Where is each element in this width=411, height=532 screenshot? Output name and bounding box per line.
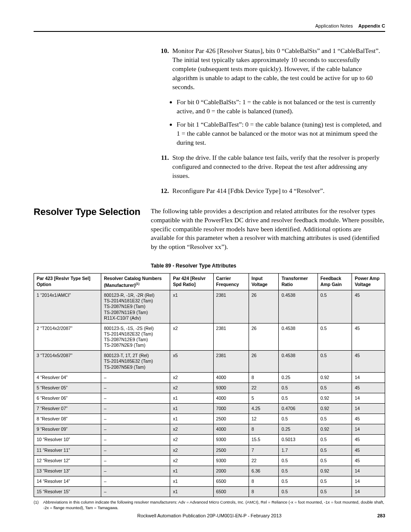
resolver-type-table: Par 423 [Reslvr Type Sel] Option Resolve… bbox=[34, 273, 385, 497]
table-cell: 6500 bbox=[213, 476, 249, 486]
table-cell: 0.5 bbox=[279, 466, 318, 476]
table-cell: 0.4538 bbox=[279, 290, 318, 324]
footer-center: Rockwell Automation Publication 20P-UM00… bbox=[137, 513, 282, 518]
table-cell: 0.5 bbox=[318, 351, 352, 372]
table-cell: x2 bbox=[170, 383, 213, 393]
table-cell: 0.5 bbox=[318, 445, 352, 455]
th-input-voltage: Input Voltage bbox=[249, 274, 279, 290]
table-cell: 45 bbox=[352, 414, 385, 424]
table-cell: 2500 bbox=[213, 445, 249, 455]
table-cell: 0.4538 bbox=[279, 323, 318, 351]
table-cell: 2 “T2014x2/2087” bbox=[34, 323, 101, 351]
table-cell: 0.5 bbox=[279, 414, 318, 424]
table-cell: 0.4706 bbox=[279, 404, 318, 414]
table-cell: 7 bbox=[249, 445, 279, 455]
table-cell: 0.92 bbox=[318, 424, 352, 435]
table-cell: 45 bbox=[352, 290, 385, 324]
table-row: 5 “Resolver 05”–x29300220.50.545 bbox=[34, 383, 385, 393]
table-cell: 0.5 bbox=[279, 487, 318, 497]
table-cell: 2381 bbox=[213, 323, 249, 351]
ordered-steps: 10. Monitor Par 426 [Resolver Status], b… bbox=[154, 47, 385, 196]
th-catalog: Resolver Catalog Numbers (Manufacturer)(… bbox=[101, 274, 170, 290]
step-10-bullet-1: For bit 0 “CableBalSts”: 1 = the cable i… bbox=[177, 98, 385, 116]
table-cell: – bbox=[101, 383, 170, 393]
table-cell: x1 bbox=[170, 476, 213, 486]
section-heading: Resolver Type Selection bbox=[34, 207, 151, 252]
table-row: 12 “Resolver 12”–x29300220.50.545 bbox=[34, 455, 385, 466]
table-row: 10 “Resolver 10”–x2930015.50.50130.545 bbox=[34, 435, 385, 445]
table-cell: 0.5 bbox=[318, 414, 352, 424]
table-cell: 0.92 bbox=[318, 372, 352, 383]
table-cell: 6500 bbox=[213, 487, 249, 497]
table-cell: 45 bbox=[352, 435, 385, 445]
running-header: Application Notes Appendix C bbox=[34, 23, 385, 28]
footnote-num: (1) bbox=[34, 500, 43, 510]
table-cell: 9300 bbox=[213, 435, 249, 445]
step-10-bullet-2: For bit 1 “CableBalTest”: 0 = the cable … bbox=[177, 120, 385, 147]
table-cell: 0.5 bbox=[279, 455, 318, 466]
table-cell: 4000 bbox=[213, 372, 249, 383]
table-cell: 7000 bbox=[213, 404, 249, 414]
table-cell: 5 “Resolver 05” bbox=[34, 383, 101, 393]
table-cell: 9300 bbox=[213, 383, 249, 393]
table-cell: x1 bbox=[170, 466, 213, 476]
table-cell: – bbox=[101, 372, 170, 383]
table-cell: 2381 bbox=[213, 351, 249, 372]
table-cell: – bbox=[101, 455, 170, 466]
table-cell: 26 bbox=[249, 290, 279, 324]
table-cell: 0.92 bbox=[318, 404, 352, 414]
table-cell: 0.5 bbox=[279, 383, 318, 393]
table-cell: 12 bbox=[249, 414, 279, 424]
table-cell: 14 bbox=[352, 372, 385, 383]
table-cell: 800123-T, 1T, 2T (Rel)TS-2014N185E32 (Ta… bbox=[101, 351, 170, 372]
table-cell: – bbox=[101, 414, 170, 424]
table-cell: – bbox=[101, 424, 170, 435]
running-header-right: Appendix C bbox=[358, 23, 385, 28]
step-10-text: Monitor Par 426 [Resolver Status], bits … bbox=[172, 47, 385, 92]
table-cell: 9 “Resolver 09” bbox=[34, 424, 101, 435]
table-cell: x1 bbox=[170, 290, 213, 324]
footer-page-number: 283 bbox=[377, 513, 385, 518]
table-caption: Table 89 - Resolver Type Attributes bbox=[151, 263, 385, 269]
table-cell: x2 bbox=[170, 323, 213, 351]
table-cell: 0.5 bbox=[318, 383, 352, 393]
table-cell: 14 bbox=[352, 476, 385, 486]
table-cell: 14 bbox=[352, 466, 385, 476]
th-feedback-amp-gain: Feedback Amp Gain bbox=[318, 274, 352, 290]
section-paragraph: The following table provides a descripti… bbox=[151, 207, 385, 252]
table-cell: 11 “Resolver 11” bbox=[34, 445, 101, 455]
table-row: 13 “Resolver 13”–x120006.360.50.9214 bbox=[34, 466, 385, 476]
table-cell: – bbox=[101, 476, 170, 486]
table-cell: 8 bbox=[249, 487, 279, 497]
table-cell: 0.25 bbox=[279, 424, 318, 435]
step-12-text: Reconfigure Par 414 [Fdbk Device Type] t… bbox=[172, 187, 385, 196]
table-cell: 26 bbox=[249, 351, 279, 372]
table-cell: 7 “Resolver 07” bbox=[34, 404, 101, 414]
table-cell: 0.5 bbox=[318, 476, 352, 486]
table-cell: 0.92 bbox=[318, 393, 352, 403]
table-row: 3 “T2014x5/2087”800123-T, 1T, 2T (Rel)TS… bbox=[34, 351, 385, 372]
table-cell: 0.5013 bbox=[279, 435, 318, 445]
table-cell: 2500 bbox=[213, 414, 249, 424]
table-row: 11 “Resolver 11”–x2250071.70.545 bbox=[34, 445, 385, 455]
table-cell: 1 “2014x1/AMCI” bbox=[34, 290, 101, 324]
table-row: 9 “Resolver 09”–x2400080.250.9214 bbox=[34, 424, 385, 435]
table-cell: 15 “Resolver 15” bbox=[34, 487, 101, 497]
th-carrier-freq: Carrier Frequency bbox=[213, 274, 249, 290]
table-header-row: Par 423 [Reslvr Type Sel] Option Resolve… bbox=[34, 274, 385, 290]
table-cell: – bbox=[101, 487, 170, 497]
header-rule bbox=[34, 31, 385, 32]
table-cell: 10 “Resolver 10” bbox=[34, 435, 101, 445]
table-cell: x2 bbox=[170, 435, 213, 445]
table-cell: 15.5 bbox=[249, 435, 279, 445]
table-row: 1 “2014x1/AMCI”800123-R, -1R, -2R (Rel)T… bbox=[34, 290, 385, 324]
section-resolver-type-selection: Resolver Type Selection The following ta… bbox=[34, 207, 385, 252]
table-cell: 0.25 bbox=[279, 372, 318, 383]
step-11-text: Stop the drive. If the cable balance tes… bbox=[172, 153, 385, 180]
table-row: 15 “Resolver 15”–x1650080.50.514 bbox=[34, 487, 385, 497]
table-cell: 8 bbox=[249, 476, 279, 486]
table-cell: 8 bbox=[249, 424, 279, 435]
th-transformer-ratio: Transformer Ratio bbox=[279, 274, 318, 290]
table-cell: 22 bbox=[249, 455, 279, 466]
table-cell: 3 “T2014x5/2087” bbox=[34, 351, 101, 372]
